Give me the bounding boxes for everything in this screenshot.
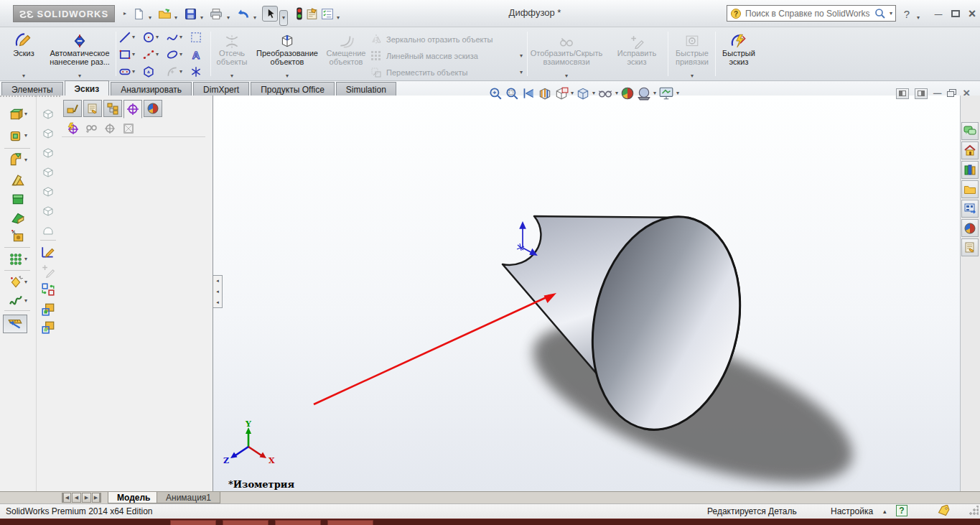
tab-first-button[interactable]: ◀ [62, 493, 71, 503]
repair-sketch-button[interactable]: Исправить эскиз [607, 29, 666, 79]
chamfer-button[interactable] [1, 171, 34, 190]
point-tool[interactable] [190, 65, 202, 78]
circle-tool[interactable]: ▾ [142, 31, 159, 44]
select-tool-caret[interactable]: ▾ [279, 10, 288, 26]
tags-button[interactable] [937, 505, 951, 516]
search-placeholder[interactable]: Поиск в Справке по SolidWorks [745, 9, 871, 19]
auto-dimension-button[interactable]: Автоматическое нанесение раз... ▾ [45, 29, 115, 79]
sketch-origin-icon[interactable] [517, 223, 536, 255]
display-relations-caret[interactable]: ▾ [530, 73, 603, 79]
taskbar-button[interactable] [275, 520, 321, 525]
edit-sketch-icon[interactable] [39, 243, 57, 261]
select-tool-button[interactable] [262, 6, 278, 22]
print-button[interactable] [208, 6, 224, 22]
reference-triad[interactable]: Y X Z [223, 419, 275, 465]
collapse-left-pane-button[interactable] [896, 88, 909, 99]
revolved-boss-button[interactable]: ▾ [1, 126, 34, 145]
polygon-tool[interactable] [142, 65, 155, 78]
smart-dimension-icon[interactable] [39, 261, 57, 280]
open-caret[interactable]: ▾ [172, 10, 179, 26]
fillet-arc-tool[interactable]: ▾ [166, 65, 182, 78]
display-relations-button[interactable]: Отобразить/Скрыть взаимосвязи ▾ [530, 29, 603, 79]
appearances-scenes-button[interactable] [961, 219, 979, 237]
featuremanager-tab[interactable] [63, 100, 82, 117]
new-document-caret[interactable]: ▾ [146, 10, 154, 26]
view-settings-icon[interactable] [658, 86, 674, 101]
open-button[interactable] [157, 6, 172, 22]
quick-snaps-caret[interactable]: ▾ [671, 73, 714, 79]
resize-grip[interactable] [969, 506, 979, 516]
linear-pattern-caret[interactable]: ▾ [520, 53, 523, 59]
quick-snaps-button[interactable]: Быстрые привязки ▾ [671, 29, 714, 79]
configuration-label[interactable]: Настройка [831, 506, 873, 516]
fillet-button[interactable]: ▾ [1, 151, 34, 169]
view-bottom-icon[interactable] [39, 202, 57, 220]
close-button[interactable]: × [964, 6, 980, 22]
hide-show-items-icon[interactable] [597, 86, 613, 101]
tab-last-button[interactable]: ▶ [92, 493, 101, 503]
trim-entities-button[interactable]: Отсечь объекты ▾ [213, 29, 251, 79]
help-button[interactable]: ? [900, 6, 913, 22]
slot-tool[interactable]: ▾ [118, 65, 135, 78]
view-palette-button[interactable] [961, 200, 979, 218]
sketch-pattern-tool[interactable]: ▾ [142, 48, 159, 61]
tab-sketch[interactable]: Эскиз [65, 80, 110, 96]
collapse-right-pane-button[interactable] [915, 88, 928, 99]
hide-show-caret[interactable]: ▾ [615, 90, 618, 96]
view-settings-caret[interactable]: ▾ [676, 90, 679, 96]
extruded-cut-button[interactable] [1, 190, 34, 208]
view-back-icon[interactable] [39, 124, 57, 143]
line-tool[interactable]: ▾ [118, 31, 135, 44]
save-button[interactable] [182, 6, 198, 22]
curves-button[interactable]: ▾ [1, 292, 34, 310]
tab-next-button[interactable]: ▶ [82, 493, 91, 503]
help-caret[interactable]: ▾ [915, 10, 922, 26]
model-tab[interactable]: Модель [108, 492, 159, 503]
move-entities-caret[interactable]: ▾ [520, 70, 523, 75]
trim-caret[interactable]: ▾ [213, 73, 251, 79]
search-caret[interactable]: ▾ [890, 11, 892, 17]
doc-restore-icon[interactable] [947, 89, 957, 98]
move-entities-button[interactable]: Переместить объекты ▾ [370, 65, 523, 80]
reorder-features-icon[interactable] [39, 280, 57, 299]
offset-entities-button[interactable]: Смещение объектов [323, 29, 369, 79]
options-caret[interactable]: ▾ [335, 10, 342, 26]
taskbar-button[interactable] [327, 520, 373, 525]
display-style-caret[interactable]: ▾ [592, 90, 595, 96]
view-front-icon[interactable] [39, 105, 57, 124]
view-right-icon[interactable] [39, 163, 57, 182]
zoom-area-icon[interactable] [505, 86, 519, 101]
panel-splitter-handle[interactable]: ◂◂◂ [213, 275, 223, 308]
sketch-ribbon-button[interactable]: Эскиз ▾ [4, 29, 43, 79]
apply-scene-icon[interactable] [637, 86, 651, 101]
tab-office-products[interactable]: Продукты Office [251, 82, 335, 96]
tab-simulation[interactable]: Simulation [336, 82, 396, 96]
linear-pattern-feature-button[interactable]: ▾ [1, 250, 34, 269]
minimize-button[interactable]: ─ [930, 6, 946, 22]
configurationmanager-tab[interactable] [103, 100, 122, 117]
feature-tree-body[interactable] [60, 137, 213, 491]
convert-entities-button[interactable]: Преобразование объектов ▾ [251, 29, 323, 79]
convert-caret[interactable]: ▾ [251, 73, 323, 79]
apply-scene-caret[interactable]: ▾ [653, 90, 656, 96]
rapid-sketch-button[interactable]: Быстрый эскиз [718, 29, 760, 79]
quick-tips-button[interactable]: ? [896, 505, 907, 516]
tab-prev-button[interactable]: ◀ [72, 493, 81, 503]
show-tolerance-status-icon[interactable] [85, 122, 98, 135]
animation-tab[interactable]: Анимация1 [157, 492, 220, 503]
previous-view-icon[interactable] [521, 86, 536, 101]
rectangle-tool[interactable]: ▾ [118, 48, 135, 61]
hole-wizard-button[interactable] [1, 227, 34, 246]
forum-button[interactable] [961, 122, 979, 140]
doc-minimize-icon[interactable]: ─ [933, 87, 941, 100]
dimxpertmanager-tab[interactable] [123, 100, 142, 119]
auto-dimension-scheme-icon[interactable] [66, 122, 79, 135]
spline-tool[interactable]: ▾ [166, 31, 182, 44]
view-left-icon[interactable] [39, 144, 57, 162]
tab-features[interactable]: Элементы [1, 82, 63, 96]
isolate-component-icon[interactable] [39, 300, 57, 319]
display-style-icon[interactable] [576, 86, 590, 101]
file-explorer-button[interactable] [961, 180, 979, 198]
view-orientation-caret[interactable]: ▾ [571, 90, 574, 96]
sketch-text-tool[interactable]: A [190, 48, 202, 61]
